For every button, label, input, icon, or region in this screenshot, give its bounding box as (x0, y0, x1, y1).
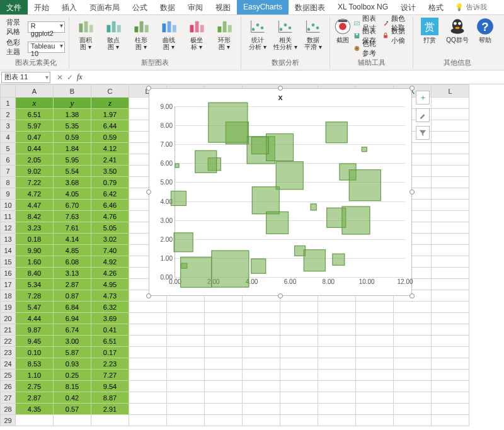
chart-type-button[interactable]: 曲线图 ▾ (156, 18, 181, 50)
row-header[interactable]: 8 (1, 177, 16, 188)
cell[interactable]: 4.12 (91, 143, 129, 154)
cell[interactable]: 3.69 (91, 313, 129, 324)
chart-data-point[interactable] (212, 251, 249, 288)
cell[interactable]: 9.87 (16, 324, 54, 336)
cell[interactable] (91, 415, 129, 426)
cell[interactable] (280, 347, 318, 358)
cell[interactable] (129, 370, 167, 381)
cell[interactable] (167, 347, 205, 358)
cell[interactable] (205, 336, 243, 347)
cell[interactable]: 4.47 (16, 200, 54, 211)
row-header[interactable]: 27 (1, 392, 16, 404)
chart-data-point[interactable] (310, 204, 317, 211)
tab-0[interactable]: 开始 (28, 0, 55, 14)
cell[interactable]: 0.47 (16, 132, 54, 143)
row-header[interactable]: 25 (1, 370, 16, 381)
cell[interactable]: 6.46 (91, 200, 129, 211)
cell[interactable] (129, 404, 167, 415)
cell[interactable]: 4.72 (16, 188, 54, 200)
cell[interactable]: 0.25 (54, 370, 91, 381)
resize-handle[interactable] (146, 86, 151, 91)
cell[interactable]: 0.42 (54, 392, 91, 404)
row-header[interactable]: 3 (1, 120, 16, 132)
cell[interactable]: 0.41 (91, 324, 129, 336)
row-header[interactable]: 19 (1, 302, 16, 313)
cell[interactable] (432, 313, 469, 324)
chart-data-point[interactable] (266, 212, 289, 234)
cell[interactable] (243, 313, 280, 324)
cell[interactable] (432, 302, 469, 313)
cell[interactable] (356, 336, 394, 347)
cell[interactable]: 6.94 (54, 313, 91, 324)
cell[interactable] (129, 392, 167, 404)
cell[interactable]: 0.59 (54, 132, 91, 143)
cell[interactable]: 0.17 (91, 347, 129, 358)
cell[interactable] (205, 404, 243, 415)
cell[interactable]: 5.54 (54, 166, 91, 177)
cell[interactable]: 0.10 (16, 347, 54, 358)
row-header[interactable]: 6 (1, 154, 16, 166)
cell[interactable] (432, 392, 469, 404)
cell[interactable] (129, 381, 167, 392)
cell[interactable]: 4.76 (91, 211, 129, 222)
tab-4[interactable]: 数据 (154, 0, 181, 14)
row-header[interactable]: 2 (1, 109, 16, 120)
cell[interactable]: 7.27 (91, 370, 129, 381)
cell[interactable]: 8.53 (16, 358, 54, 370)
cell[interactable]: 0.59 (91, 132, 129, 143)
row-header[interactable]: 11 (1, 211, 16, 222)
cell[interactable]: 5.34 (16, 279, 54, 290)
cell[interactable] (129, 358, 167, 370)
chart-data-point[interactable] (251, 137, 269, 154)
resize-handle[interactable] (278, 86, 283, 91)
cell[interactable] (432, 188, 469, 200)
cell[interactable]: 4.92 (91, 256, 129, 268)
cell[interactable]: 2.23 (91, 358, 129, 370)
cell[interactable] (167, 415, 205, 426)
cell[interactable] (129, 347, 167, 358)
cell[interactable] (205, 358, 243, 370)
tab-8[interactable]: 数据图表 (289, 0, 331, 14)
cell[interactable]: 1.38 (54, 109, 91, 120)
cell[interactable] (167, 370, 205, 381)
cell[interactable] (243, 358, 280, 370)
cell[interactable] (356, 358, 394, 370)
column-header[interactable]: B (54, 85, 91, 98)
chart-data-point[interactable] (208, 103, 248, 142)
cell[interactable] (356, 302, 394, 313)
chart-data-point[interactable] (333, 253, 345, 265)
cell[interactable]: 6.74 (54, 324, 91, 336)
row-header[interactable]: 15 (1, 256, 16, 268)
cell[interactable] (167, 381, 205, 392)
tab-9[interactable]: XL Toolbox NG (331, 0, 394, 14)
cell[interactable]: 6.70 (54, 200, 91, 211)
cell[interactable] (16, 415, 54, 426)
chart-data-point[interactable] (181, 257, 212, 288)
cell[interactable] (243, 302, 280, 313)
cell[interactable]: 5.47 (16, 302, 54, 313)
cell[interactable]: 7.63 (54, 211, 91, 222)
row-header[interactable]: 9 (1, 188, 16, 200)
cell[interactable] (205, 324, 243, 336)
cell[interactable] (243, 392, 280, 404)
cell[interactable]: 8.42 (16, 211, 54, 222)
tab-1[interactable]: 插入 (55, 0, 83, 14)
cell[interactable] (432, 415, 469, 426)
cell[interactable]: 1.60 (16, 256, 54, 268)
cell[interactable] (432, 336, 469, 347)
chart-data-point[interactable] (195, 150, 217, 173)
row-header[interactable]: 14 (1, 245, 16, 256)
row-header[interactable]: 18 (1, 290, 16, 302)
cell[interactable] (167, 302, 205, 313)
cell[interactable] (318, 415, 356, 426)
analysis-button[interactable]: 数据平滑 ▾ (301, 18, 326, 50)
cell[interactable] (318, 404, 356, 415)
chart-plot-area[interactable]: 0.001.002.003.004.005.006.007.008.009.00… (175, 106, 405, 278)
row-header[interactable]: 7 (1, 166, 16, 177)
cell[interactable] (280, 404, 318, 415)
cell[interactable]: z (91, 98, 129, 109)
chart-data-point[interactable] (349, 169, 381, 201)
embedded-chart[interactable]: x 0.001.002.003.004.005.006.007.008.009.… (149, 88, 412, 296)
cell[interactable] (205, 392, 243, 404)
cell[interactable] (280, 392, 318, 404)
